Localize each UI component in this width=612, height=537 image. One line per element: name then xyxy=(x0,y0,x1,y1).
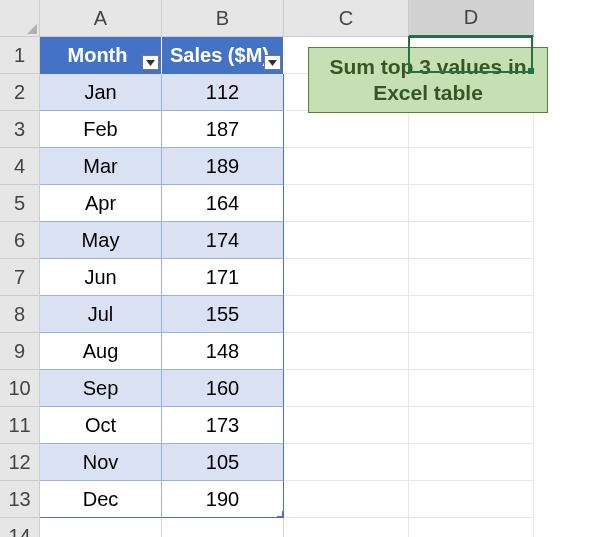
row-header-6[interactable]: 6 xyxy=(0,222,40,259)
cell-A10[interactable]: Sep xyxy=(40,370,162,407)
cell-C8[interactable] xyxy=(284,296,409,333)
row-header-3[interactable]: 3 xyxy=(0,111,40,148)
filter-dropdown-button[interactable] xyxy=(142,55,159,70)
row-header-2[interactable]: 2 xyxy=(0,74,40,111)
cell-C10[interactable] xyxy=(284,370,409,407)
table-header-label: Month xyxy=(68,44,128,67)
row-header-7[interactable]: 7 xyxy=(0,259,40,296)
cell-C12[interactable] xyxy=(284,444,409,481)
table-header-label: Sales ($M) xyxy=(170,44,269,67)
cell-A4[interactable]: Mar xyxy=(40,148,162,185)
cell-A7[interactable]: Jun xyxy=(40,259,162,296)
cell-D14[interactable] xyxy=(409,518,534,537)
cell-C6[interactable] xyxy=(284,222,409,259)
row-header-5[interactable]: 5 xyxy=(0,185,40,222)
cell-A13[interactable]: Dec xyxy=(40,481,162,518)
column-header-D[interactable]: D xyxy=(409,0,534,37)
cell-C11[interactable] xyxy=(284,407,409,444)
cell-D5[interactable] xyxy=(409,185,534,222)
cell-A9[interactable]: Aug xyxy=(40,333,162,370)
row-header-1[interactable]: 1 xyxy=(0,37,40,74)
cell-B5[interactable]: 164 xyxy=(162,185,284,222)
cell-B7[interactable]: 171 xyxy=(162,259,284,296)
cell-D7[interactable] xyxy=(409,259,534,296)
callout-shape[interactable]: Sum top 3 values in Excel table xyxy=(308,47,548,113)
cell-A12[interactable]: Nov xyxy=(40,444,162,481)
row-header-4[interactable]: 4 xyxy=(0,148,40,185)
cell-B3[interactable]: 187 xyxy=(162,111,284,148)
cell-B13[interactable]: 190 xyxy=(162,481,284,518)
cell-A5[interactable]: Apr xyxy=(40,185,162,222)
column-header-A[interactable]: A xyxy=(40,0,162,37)
row-header-11[interactable]: 11 xyxy=(0,407,40,444)
cell-A6[interactable]: May xyxy=(40,222,162,259)
row-header-13[interactable]: 13 xyxy=(0,481,40,518)
cell-C14[interactable] xyxy=(284,518,409,537)
cell-B6[interactable]: 174 xyxy=(162,222,284,259)
cell-C5[interactable] xyxy=(284,185,409,222)
cell-D9[interactable] xyxy=(409,333,534,370)
cell-B8[interactable]: 155 xyxy=(162,296,284,333)
cell-B11[interactable]: 173 xyxy=(162,407,284,444)
table-resize-handle[interactable] xyxy=(277,511,284,518)
row-header-10[interactable]: 10 xyxy=(0,370,40,407)
cell-C4[interactable] xyxy=(284,148,409,185)
cell-A3[interactable]: Feb xyxy=(40,111,162,148)
cell-C13[interactable] xyxy=(284,481,409,518)
cell-D6[interactable] xyxy=(409,222,534,259)
cell-C7[interactable] xyxy=(284,259,409,296)
callout-text: Sum top 3 values in Excel table xyxy=(308,47,548,113)
cell-A2[interactable]: Jan xyxy=(40,74,162,111)
cell-A8[interactable]: Jul xyxy=(40,296,162,333)
select-all-corner[interactable] xyxy=(0,0,40,37)
row-header-9[interactable]: 9 xyxy=(0,333,40,370)
cell-D12[interactable] xyxy=(409,444,534,481)
cell-B9[interactable]: 148 xyxy=(162,333,284,370)
filter-dropdown-button[interactable] xyxy=(264,55,281,70)
cell-B2[interactable]: 112 xyxy=(162,74,284,111)
cell-B14[interactable] xyxy=(162,518,284,537)
cell-D3[interactable] xyxy=(409,111,534,148)
column-header-C[interactable]: C xyxy=(284,0,409,37)
cell-D4[interactable] xyxy=(409,148,534,185)
cell-B10[interactable]: 160 xyxy=(162,370,284,407)
row-header-14[interactable]: 14 xyxy=(0,518,40,537)
cell-B4[interactable]: 189 xyxy=(162,148,284,185)
row-header-8[interactable]: 8 xyxy=(0,296,40,333)
column-header-B[interactable]: B xyxy=(162,0,284,37)
cell-C9[interactable] xyxy=(284,333,409,370)
cell-D11[interactable] xyxy=(409,407,534,444)
cell-A11[interactable]: Oct xyxy=(40,407,162,444)
cell-A1[interactable]: Month xyxy=(40,37,162,74)
cell-A14[interactable] xyxy=(40,518,162,537)
cell-B1[interactable]: Sales ($M) xyxy=(162,37,284,74)
cell-D13[interactable] xyxy=(409,481,534,518)
cell-B12[interactable]: 105 xyxy=(162,444,284,481)
row-header-12[interactable]: 12 xyxy=(0,444,40,481)
cell-D8[interactable] xyxy=(409,296,534,333)
cell-C3[interactable] xyxy=(284,111,409,148)
cell-D10[interactable] xyxy=(409,370,534,407)
